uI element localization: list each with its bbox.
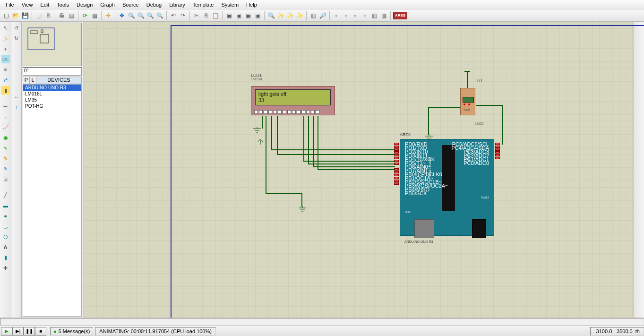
menu-tools[interactable]: Tools	[53, 1, 73, 9]
block-del-icon[interactable]: ▣	[253, 11, 262, 20]
arc-icon[interactable]: ◡	[1, 222, 10, 231]
undo-icon[interactable]: ↶	[169, 11, 178, 20]
text-icon[interactable]: ≡	[1, 65, 10, 74]
angle-input[interactable]: 0°	[23, 67, 82, 76]
menu-library[interactable]: Library	[165, 1, 189, 9]
pin-icon[interactable]: ⫠	[1, 112, 10, 121]
arduino-usb	[414, 219, 434, 238]
play-button[interactable]: ▶	[1, 327, 12, 336]
copy-icon[interactable]: ⎘	[44, 11, 52, 20]
device-item[interactable]: ARDUINO UNO R3	[23, 85, 81, 91]
menu-edit[interactable]: Edit	[36, 1, 53, 9]
cut-icon[interactable]: ✂	[192, 11, 201, 20]
devices-list[interactable]: ARDUINO UNO R3LM016LLM35POT-HG	[23, 84, 82, 317]
menu-help[interactable]: Help	[242, 1, 261, 9]
circle-icon[interactable]: ●	[1, 212, 10, 220]
zoom-all-icon[interactable]: 🔍	[146, 11, 155, 20]
open-icon[interactable]: 📂	[11, 11, 20, 20]
arduino-right-labels: PC5/ADC5/SCLPC4/ADC4/SDAPC3/ADC3PC2/ADC2…	[452, 142, 489, 165]
lcd-component[interactable]: light gets off 33	[251, 86, 335, 115]
rotate-toolbar: ↺ ↻ ↔ ↕	[11, 22, 22, 318]
marker-icon[interactable]: ✚	[1, 264, 10, 272]
block-copy-icon[interactable]: ▣	[225, 11, 233, 20]
bus-icon[interactable]: ⇄	[1, 76, 10, 84]
overview-panel[interactable]	[23, 23, 82, 66]
sheet1-icon[interactable]: ▫	[332, 11, 341, 20]
component-icon[interactable]: ▷	[1, 34, 10, 43]
zoom-out-icon[interactable]: 🔍	[137, 11, 145, 20]
flip-v-icon[interactable]: ↕	[12, 103, 21, 112]
symbol-icon[interactable]: ▮	[1, 253, 10, 262]
menu-design[interactable]: Design	[73, 1, 96, 9]
paste-icon[interactable]: 📋	[211, 11, 220, 20]
tape-icon[interactable]: ◉	[1, 133, 10, 142]
save-icon[interactable]: 💾	[21, 11, 29, 20]
select-icon[interactable]: ↖	[1, 24, 10, 32]
probe-v-icon[interactable]: ✎	[1, 154, 10, 163]
redo-icon[interactable]: ↷	[179, 11, 187, 20]
menu-file[interactable]: File	[2, 1, 18, 9]
menu-view[interactable]: View	[18, 1, 37, 9]
subcircuit-icon[interactable]: ▮	[1, 86, 10, 95]
arduino-aref-label: AREF	[405, 210, 411, 213]
bom-icon[interactable]: ▥	[379, 11, 388, 20]
block-move-icon[interactable]: ▣	[234, 11, 243, 20]
print-icon[interactable]: 🖶	[58, 11, 66, 20]
messages-status[interactable]: ●5 Message(s)	[50, 327, 93, 336]
block-rot-icon[interactable]: ▣	[244, 11, 252, 20]
ares-button[interactable]: ARES	[393, 12, 407, 19]
label-icon[interactable]: LBL	[1, 55, 10, 63]
box-icon[interactable]: ▬	[1, 201, 10, 210]
graph-icon[interactable]: 📈	[1, 123, 10, 131]
u1-display	[463, 97, 474, 103]
wand2-icon[interactable]: ✨	[286, 11, 294, 20]
new-icon[interactable]: ▢	[2, 11, 10, 20]
zoom-in-icon[interactable]: 🔍	[127, 11, 136, 20]
device-item[interactable]: LM35	[23, 97, 81, 103]
refresh-icon[interactable]: ⟳	[81, 11, 89, 20]
copy2-icon[interactable]: ⎘	[202, 11, 210, 20]
pause-button[interactable]: ❚❚	[24, 327, 35, 336]
origin-icon[interactable]: ✛	[104, 11, 112, 20]
device-item[interactable]: LM016L	[23, 91, 81, 97]
line-icon[interactable]: ╱	[1, 191, 10, 199]
device-item[interactable]: POT-HG	[23, 103, 81, 109]
instrument-icon[interactable]: ⊡	[1, 175, 10, 183]
zoom-area-icon[interactable]: 🔍	[155, 11, 164, 20]
schematic-canvas[interactable]: LCD1 LM016L light gets off 33 ARD1 PD0/R…	[83, 22, 634, 318]
find-icon[interactable]: 🔎	[318, 11, 327, 20]
sheet3-icon[interactable]: ▫	[351, 11, 360, 20]
terminal-icon[interactable]: ⊸	[1, 102, 10, 111]
sheet2-icon[interactable]: ▫	[342, 11, 350, 20]
menu-template[interactable]: Template	[189, 1, 218, 9]
scrollbar-h[interactable]	[0, 318, 644, 326]
wand3-icon[interactable]: ✨	[295, 11, 304, 20]
arduino-component[interactable]: PD0/RXDPD1/TXDPD2/INT0PD3/INT1PD4/T0/XCK…	[400, 139, 494, 236]
step-button[interactable]: ▶|	[12, 327, 24, 336]
area-icon[interactable]: ⬚	[34, 11, 43, 20]
text2-icon[interactable]: A	[1, 243, 10, 251]
flip-h-icon[interactable]: ↔	[12, 93, 21, 101]
libraries-button[interactable]: L	[30, 77, 36, 84]
u1-component[interactable]: VOUT	[460, 88, 475, 115]
preview-icon[interactable]: ▤	[67, 11, 76, 20]
pan-icon[interactable]: ✥	[118, 11, 126, 20]
junction-icon[interactable]: ＋	[1, 44, 10, 53]
rot-ccw-icon[interactable]: ↺	[12, 24, 21, 32]
menu-graph[interactable]: Graph	[96, 1, 119, 9]
path-icon[interactable]: ⬡	[1, 233, 10, 241]
rot-cw-icon[interactable]: ↻	[12, 34, 21, 43]
menu-debug[interactable]: Debug	[143, 1, 165, 9]
report-icon[interactable]: ▥	[370, 11, 378, 20]
stop-button[interactable]: ■	[35, 327, 46, 336]
pick-icon[interactable]: 🔍	[267, 11, 275, 20]
menu-source[interactable]: Source	[119, 1, 143, 9]
pick-parts-button[interactable]: P	[23, 77, 30, 84]
sheet4-icon[interactable]: ▫	[361, 11, 369, 20]
grid-icon[interactable]: ▦	[90, 11, 99, 20]
lib-icon[interactable]: ▥	[309, 11, 318, 20]
menu-system[interactable]: System	[217, 1, 242, 9]
wand-icon[interactable]: ✨	[276, 11, 285, 20]
probe-i-icon[interactable]: ✎	[1, 164, 10, 173]
generator-icon[interactable]: ∿	[1, 144, 10, 152]
